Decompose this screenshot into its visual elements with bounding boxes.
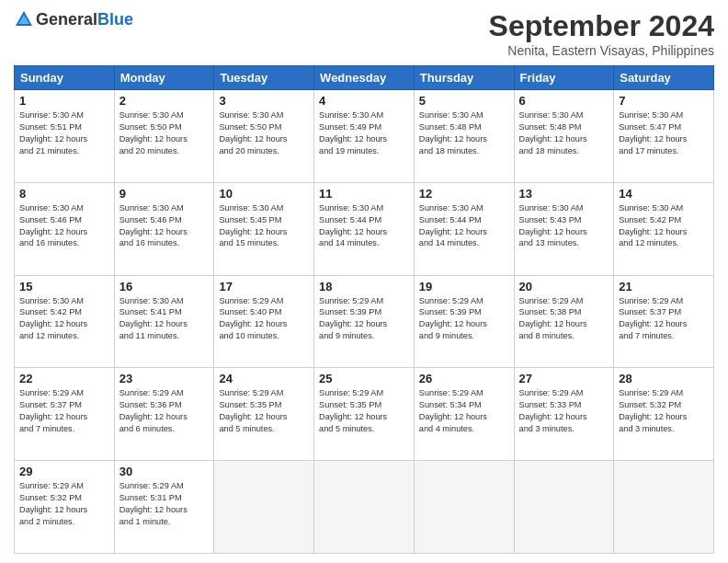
location: Nenita, Eastern Visayas, Philippines — [489, 43, 714, 58]
cell-content: Sunrise: 5:30 AMSunset: 5:43 PMDaylight:… — [519, 202, 609, 250]
day-number: 14 — [619, 187, 709, 201]
day-number: 12 — [419, 187, 509, 201]
day-number: 5 — [419, 94, 509, 108]
day-number: 29 — [19, 465, 109, 478]
day-number: 17 — [219, 280, 309, 293]
cell-content: Sunrise: 5:30 AMSunset: 5:48 PMDaylight:… — [419, 109, 509, 157]
cell-content: Sunrise: 5:30 AMSunset: 5:51 PMDaylight:… — [19, 109, 109, 157]
table-row: 3Sunrise: 5:30 AMSunset: 5:50 PMDaylight… — [214, 90, 314, 183]
cell-content: Sunrise: 5:29 AMSunset: 5:39 PMDaylight:… — [419, 295, 509, 343]
day-number: 24 — [219, 372, 309, 385]
day-number: 6 — [519, 94, 609, 108]
cell-content: Sunrise: 5:29 AMSunset: 5:40 PMDaylight:… — [219, 295, 309, 343]
cell-content: Sunrise: 5:29 AMSunset: 5:37 PMDaylight:… — [619, 295, 709, 343]
col-thursday: Thursday — [414, 66, 514, 90]
table-row: 28Sunrise: 5:29 AMSunset: 5:32 PMDayligh… — [614, 368, 714, 461]
cell-content: Sunrise: 5:29 AMSunset: 5:35 PMDaylight:… — [319, 387, 409, 435]
logo-general-text: General — [36, 10, 97, 29]
day-number: 3 — [219, 94, 309, 108]
logo-icon — [14, 9, 34, 29]
day-number: 11 — [319, 187, 409, 201]
day-number: 15 — [19, 280, 109, 293]
cell-content: Sunrise: 5:30 AMSunset: 5:47 PMDaylight:… — [619, 109, 709, 157]
day-number: 8 — [19, 187, 109, 201]
table-row: 18Sunrise: 5:29 AMSunset: 5:39 PMDayligh… — [314, 275, 415, 368]
page: GeneralBlue September 2024 Nenita, Easte… — [0, 0, 728, 563]
cell-content: Sunrise: 5:30 AMSunset: 5:44 PMDaylight:… — [319, 202, 409, 250]
day-number: 21 — [619, 280, 709, 293]
calendar-row: 1Sunrise: 5:30 AMSunset: 5:51 PMDaylight… — [15, 90, 714, 183]
logo: GeneralBlue — [14, 9, 133, 29]
table-row: 23Sunrise: 5:29 AMSunset: 5:36 PMDayligh… — [114, 368, 214, 461]
cell-content: Sunrise: 5:30 AMSunset: 5:45 PMDaylight:… — [219, 202, 309, 250]
table-row: 4Sunrise: 5:30 AMSunset: 5:49 PMDaylight… — [314, 90, 415, 183]
month-title: September 2024 — [489, 9, 714, 43]
table-row: 11Sunrise: 5:30 AMSunset: 5:44 PMDayligh… — [314, 182, 415, 275]
table-row: 6Sunrise: 5:30 AMSunset: 5:48 PMDaylight… — [514, 90, 614, 183]
cell-content: Sunrise: 5:29 AMSunset: 5:32 PMDaylight:… — [19, 480, 109, 528]
cell-content: Sunrise: 5:30 AMSunset: 5:50 PMDaylight:… — [119, 109, 210, 157]
table-row: 20Sunrise: 5:29 AMSunset: 5:38 PMDayligh… — [514, 275, 614, 368]
table-row: 17Sunrise: 5:29 AMSunset: 5:40 PMDayligh… — [214, 275, 314, 368]
day-number: 10 — [219, 187, 309, 201]
calendar-table: Sunday Monday Tuesday Wednesday Thursday… — [14, 65, 714, 554]
day-number: 16 — [119, 280, 210, 293]
table-row: 9Sunrise: 5:30 AMSunset: 5:46 PMDaylight… — [114, 182, 214, 275]
table-row: 29Sunrise: 5:29 AMSunset: 5:32 PMDayligh… — [15, 461, 115, 554]
table-row: 12Sunrise: 5:30 AMSunset: 5:44 PMDayligh… — [414, 182, 514, 275]
day-number: 25 — [319, 372, 409, 385]
table-row: 10Sunrise: 5:30 AMSunset: 5:45 PMDayligh… — [214, 182, 314, 275]
cell-content: Sunrise: 5:29 AMSunset: 5:38 PMDaylight:… — [519, 295, 609, 343]
title-block: September 2024 Nenita, Eastern Visayas, … — [489, 9, 714, 58]
cell-content: Sunrise: 5:30 AMSunset: 5:48 PMDaylight:… — [519, 109, 609, 157]
day-number: 23 — [119, 372, 210, 385]
cell-content: Sunrise: 5:29 AMSunset: 5:35 PMDaylight:… — [219, 387, 309, 435]
table-row: 25Sunrise: 5:29 AMSunset: 5:35 PMDayligh… — [314, 368, 415, 461]
cell-content: Sunrise: 5:29 AMSunset: 5:34 PMDaylight:… — [419, 387, 509, 435]
cell-content: Sunrise: 5:29 AMSunset: 5:31 PMDaylight:… — [119, 480, 210, 528]
cell-content: Sunrise: 5:30 AMSunset: 5:44 PMDaylight:… — [419, 202, 509, 250]
day-number: 7 — [619, 94, 709, 108]
cell-content: Sunrise: 5:30 AMSunset: 5:50 PMDaylight:… — [219, 109, 309, 157]
cell-content: Sunrise: 5:29 AMSunset: 5:39 PMDaylight:… — [319, 295, 409, 343]
table-row: 19Sunrise: 5:29 AMSunset: 5:39 PMDayligh… — [414, 275, 514, 368]
table-row: 2Sunrise: 5:30 AMSunset: 5:50 PMDaylight… — [114, 90, 214, 183]
cell-content: Sunrise: 5:30 AMSunset: 5:46 PMDaylight:… — [19, 202, 109, 250]
cell-content: Sunrise: 5:30 AMSunset: 5:42 PMDaylight:… — [619, 202, 709, 250]
table-row — [614, 461, 714, 554]
calendar-row: 15Sunrise: 5:30 AMSunset: 5:42 PMDayligh… — [15, 275, 714, 368]
col-wednesday: Wednesday — [314, 66, 415, 90]
table-row: 13Sunrise: 5:30 AMSunset: 5:43 PMDayligh… — [514, 182, 614, 275]
day-number: 26 — [419, 372, 509, 385]
calendar-body: 1Sunrise: 5:30 AMSunset: 5:51 PMDaylight… — [15, 90, 714, 554]
day-number: 27 — [519, 372, 609, 385]
cell-content: Sunrise: 5:30 AMSunset: 5:46 PMDaylight:… — [119, 202, 210, 250]
table-row — [514, 461, 614, 554]
table-row — [414, 461, 514, 554]
cell-content: Sunrise: 5:30 AMSunset: 5:41 PMDaylight:… — [119, 295, 210, 343]
day-number: 1 — [19, 94, 109, 108]
table-row: 1Sunrise: 5:30 AMSunset: 5:51 PMDaylight… — [15, 90, 115, 183]
table-row: 21Sunrise: 5:29 AMSunset: 5:37 PMDayligh… — [614, 275, 714, 368]
col-tuesday: Tuesday — [214, 66, 314, 90]
table-row: 30Sunrise: 5:29 AMSunset: 5:31 PMDayligh… — [114, 461, 214, 554]
col-friday: Friday — [514, 66, 614, 90]
logo-blue-text: Blue — [97, 10, 133, 29]
day-number: 30 — [119, 465, 210, 478]
day-number: 28 — [619, 372, 709, 385]
cell-content: Sunrise: 5:29 AMSunset: 5:32 PMDaylight:… — [619, 387, 709, 435]
table-row: 15Sunrise: 5:30 AMSunset: 5:42 PMDayligh… — [15, 275, 115, 368]
day-number: 19 — [419, 280, 509, 293]
header: GeneralBlue September 2024 Nenita, Easte… — [14, 9, 714, 58]
table-row: 26Sunrise: 5:29 AMSunset: 5:34 PMDayligh… — [414, 368, 514, 461]
day-number: 20 — [519, 280, 609, 293]
table-row: 8Sunrise: 5:30 AMSunset: 5:46 PMDaylight… — [15, 182, 115, 275]
cell-content: Sunrise: 5:29 AMSunset: 5:37 PMDaylight:… — [19, 387, 109, 435]
table-row: 16Sunrise: 5:30 AMSunset: 5:41 PMDayligh… — [114, 275, 214, 368]
cell-content: Sunrise: 5:30 AMSunset: 5:42 PMDaylight:… — [19, 295, 109, 343]
col-monday: Monday — [114, 66, 214, 90]
table-row: 24Sunrise: 5:29 AMSunset: 5:35 PMDayligh… — [214, 368, 314, 461]
table-row — [214, 461, 314, 554]
table-row: 5Sunrise: 5:30 AMSunset: 5:48 PMDaylight… — [414, 90, 514, 183]
table-row: 22Sunrise: 5:29 AMSunset: 5:37 PMDayligh… — [15, 368, 115, 461]
